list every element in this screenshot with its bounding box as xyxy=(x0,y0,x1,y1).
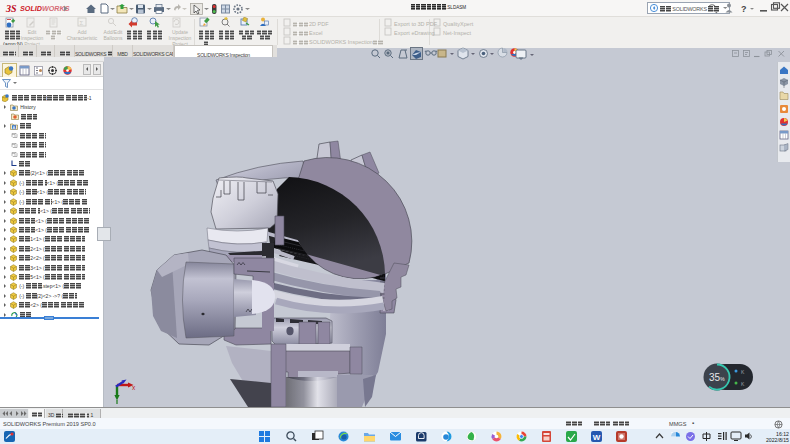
svg-text:A: A xyxy=(12,125,15,130)
svg-text:W: W xyxy=(593,433,601,442)
svg-text:x: x xyxy=(132,384,136,391)
